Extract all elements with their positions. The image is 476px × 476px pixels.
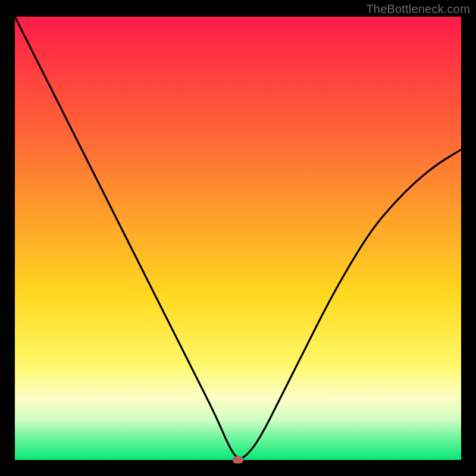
bottleneck-curve [15,17,461,460]
optimal-point-marker [233,456,243,464]
chart-frame: TheBottleneck.com [0,0,476,476]
plot-area [15,17,461,460]
watermark-text: TheBottleneck.com [366,2,470,16]
